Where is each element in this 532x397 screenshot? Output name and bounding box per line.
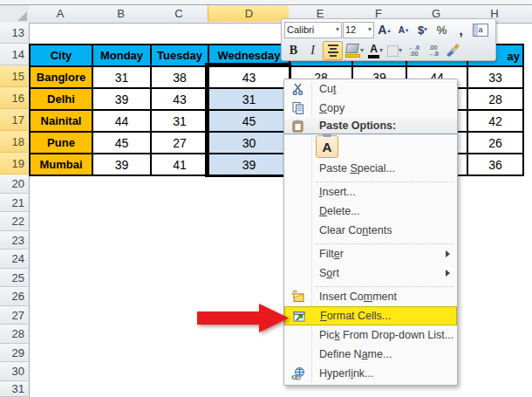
font-name-select[interactable]: Calibri ▾ xyxy=(284,22,342,38)
menu-item-define-name[interactable]: Define Name... xyxy=(284,345,457,364)
menu-item-cut[interactable]: Cut xyxy=(284,79,457,99)
increase-decimal-button[interactable]: ←.0.00 xyxy=(405,42,423,59)
row-header-13[interactable]: 13 xyxy=(0,23,28,44)
day-header-Tuesday[interactable]: Tuesday xyxy=(151,44,208,66)
city-cell-Banglore[interactable]: Banglore xyxy=(30,66,92,88)
chevron-down-icon[interactable]: ▾ xyxy=(379,47,383,54)
cell-D16[interactable]: 31 xyxy=(208,88,290,110)
cell-H19[interactable]: 36 xyxy=(467,154,523,175)
city-cell-Nainital[interactable]: Nainital xyxy=(30,110,92,132)
mini-toolbar-row-2: B I ▾ A▾ ▾ ←.0.00 .00→.0 xyxy=(282,40,495,61)
italic-button[interactable]: I xyxy=(304,42,322,59)
menu-item-pick-from-drop-down-list[interactable]: Pick From Drop-down List... xyxy=(284,325,457,345)
cell-C17[interactable]: 31 xyxy=(151,110,208,132)
row-header-28[interactable]: 28 xyxy=(0,325,28,344)
cell-D18[interactable]: 30 xyxy=(208,132,290,154)
font-color-button[interactable]: A▾ xyxy=(366,42,385,59)
cell-B18[interactable]: 45 xyxy=(92,132,151,154)
decrease-decimal-button[interactable]: .00→.0 xyxy=(424,42,442,59)
city-cell-Pune[interactable]: Pune xyxy=(30,132,92,154)
cell-D15[interactable]: 43 xyxy=(208,66,290,88)
menu-item-insert[interactable]: Insert... xyxy=(284,182,457,202)
column-header-partial[interactable] xyxy=(522,5,532,22)
row-header-23[interactable]: 23 xyxy=(0,231,28,250)
menu-item-copy[interactable]: Copy xyxy=(284,99,457,118)
cell-B17[interactable]: 44 xyxy=(92,110,151,132)
column-header-B[interactable]: B xyxy=(92,5,151,22)
row-header-30[interactable]: 30 xyxy=(0,362,28,381)
scissors-icon xyxy=(284,82,312,96)
cell-H18[interactable]: 26 xyxy=(467,132,523,154)
row-header-27[interactable]: 27 xyxy=(0,306,28,325)
cell-H17[interactable]: 42 xyxy=(467,110,523,132)
borders-button[interactable]: ▾ xyxy=(385,42,404,59)
column-header-A[interactable]: A xyxy=(29,5,92,22)
hyperlink-icon xyxy=(284,366,312,380)
menu-item-filter[interactable]: Filter xyxy=(284,244,457,264)
chevron-down-icon: ▾ xyxy=(424,26,427,33)
row-header-24[interactable]: 24 xyxy=(0,250,28,269)
cell-B15[interactable]: 31 xyxy=(92,66,151,88)
cell-H15[interactable]: 33 xyxy=(467,66,523,88)
row-header-21[interactable]: 21 xyxy=(0,194,28,212)
row-header-29[interactable]: 29 xyxy=(0,344,28,362)
day-header-City[interactable]: City xyxy=(30,44,92,66)
row-header-26[interactable]: 26 xyxy=(0,287,28,306)
city-cell-Mumbai[interactable]: Mumbai xyxy=(30,154,92,175)
cell-C16[interactable]: 43 xyxy=(151,88,208,110)
menu-item-delete[interactable]: Delete... xyxy=(284,202,457,221)
decrease-decimal-icon: .00→.0 xyxy=(427,44,439,57)
row-header-31[interactable]: 31 xyxy=(0,381,28,397)
paste-options-gallery[interactable]: A xyxy=(284,134,457,159)
day-header-Monday[interactable]: Monday xyxy=(92,44,151,66)
menu-item-format-cells[interactable]: Format Cells... xyxy=(284,306,457,325)
cell-B19[interactable]: 39 xyxy=(92,154,151,175)
chevron-down-icon[interactable]: ▾ xyxy=(368,26,372,33)
menu-item-hyperlink[interactable]: Hyperlink... xyxy=(284,364,457,383)
chevron-down-icon[interactable]: ▾ xyxy=(360,47,364,54)
comma-icon: , xyxy=(459,23,462,38)
row-header-19[interactable]: 19 xyxy=(0,153,28,175)
shrink-font-button[interactable]: A▾ xyxy=(394,21,413,38)
cell-C18[interactable]: 27 xyxy=(151,132,208,154)
format-table-button[interactable]: a xyxy=(471,21,490,38)
chevron-down-icon[interactable]: ▾ xyxy=(336,26,339,33)
menu-item-label: Filter xyxy=(319,248,344,260)
cell-B16[interactable]: 39 xyxy=(92,88,151,110)
format-table-icon: a xyxy=(473,24,488,37)
cell-H16[interactable]: 28 xyxy=(467,88,523,110)
grow-font-button[interactable]: A▴ xyxy=(375,21,393,38)
city-cell-Delhi[interactable]: Delhi xyxy=(30,88,92,110)
percent-style-button[interactable]: % xyxy=(433,21,451,38)
cell-C19[interactable]: 41 xyxy=(151,154,208,175)
comma-style-button[interactable]: , xyxy=(452,21,470,38)
chevron-down-icon[interactable]: ▾ xyxy=(399,47,402,54)
select-all-corner[interactable] xyxy=(0,5,30,24)
row-header-14[interactable]: 14 xyxy=(0,44,28,65)
day-header-Wednesday[interactable]: Wednesday xyxy=(208,44,290,66)
row-header-25[interactable]: 25 xyxy=(0,269,28,287)
cell-C15[interactable]: 38 xyxy=(151,66,208,88)
menu-item-label: Pick From Drop-down List... xyxy=(319,329,454,341)
fill-color-button[interactable]: ▾ xyxy=(344,42,365,59)
menu-item-paste-special[interactable]: Paste Special... xyxy=(284,159,457,178)
format-painter-button[interactable] xyxy=(443,42,462,59)
row-header-22[interactable]: 22 xyxy=(0,212,28,231)
row-header-16[interactable]: 16 xyxy=(0,87,28,109)
row-header-17[interactable]: 17 xyxy=(0,109,28,131)
column-header-D[interactable]: D xyxy=(208,5,290,22)
menu-item-clear-contents[interactable]: Clear Contents xyxy=(284,221,457,240)
row-header-20[interactable]: 20 xyxy=(0,175,28,194)
row-header-18[interactable]: 18 xyxy=(0,131,28,153)
column-header-C[interactable]: C xyxy=(150,5,208,22)
font-size-select[interactable]: 12 ▾ xyxy=(343,22,374,38)
menu-item-insert-comment[interactable]: Insert Comment xyxy=(284,287,457,306)
row-header-15[interactable]: 15 xyxy=(0,65,28,87)
bold-button[interactable]: B xyxy=(284,42,303,59)
cell-D19[interactable]: 39 xyxy=(208,154,290,175)
accounting-format-button[interactable]: $▾ xyxy=(413,21,432,38)
menu-item-sort[interactable]: Sort xyxy=(284,264,457,283)
center-align-button[interactable] xyxy=(323,41,343,60)
paste-values-button[interactable]: A xyxy=(316,135,338,158)
cell-D17[interactable]: 45 xyxy=(208,110,290,132)
